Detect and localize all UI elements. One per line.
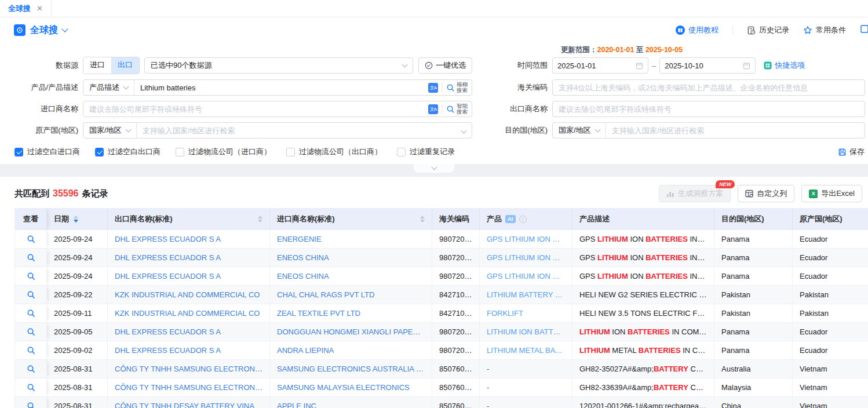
results-summary: 共匹配到 35596 条记录 生成洞察方案 NEW 自定义列 导出Excel: [0, 177, 868, 208]
importer-link[interactable]: CHAL CHAL RAGS PVT LTD: [270, 286, 432, 304]
sort-toggle[interactable]: [74, 216, 78, 223]
sort-toggle[interactable]: [420, 216, 425, 223]
importer-link[interactable]: ANDRA LIEPINA: [270, 341, 432, 359]
product-link[interactable]: LITHIUM BATTERY FO...: [480, 286, 572, 304]
end-date-input[interactable]: 2025-10-10: [659, 57, 756, 74]
truncated-action-icon[interactable]: [860, 24, 868, 36]
product-link[interactable]: GPS LITHIUM ION BAT...: [480, 230, 572, 248]
results-toolbar: 生成洞察方案 NEW 自定义列 导出Excel: [659, 185, 862, 202]
translate-icon[interactable]: [428, 104, 438, 114]
fuzzy-search-button[interactable]: 模糊搜索: [442, 82, 472, 94]
hs-code-input[interactable]: [552, 79, 865, 96]
view-button[interactable]: [15, 360, 47, 378]
view-button[interactable]: [15, 304, 47, 322]
one-click-optimize-button[interactable]: 一键优选: [418, 57, 472, 74]
product-type-select[interactable]: 产品描述: [83, 80, 134, 95]
ai-badge: AI: [505, 215, 516, 223]
calendar-icon: [636, 62, 643, 70]
col-importer[interactable]: 进口商名称(标准): [270, 208, 432, 230]
view-button[interactable]: [15, 267, 47, 285]
tab-global-search[interactable]: 全球搜: [0, 0, 52, 17]
view-button[interactable]: [15, 230, 47, 248]
exporter-link[interactable]: CÔNG TY TNHH SAMSUNG ELECTRONICS ...: [108, 360, 270, 378]
col-exporter[interactable]: 出口商名称(标准): [108, 208, 270, 230]
exporter-link[interactable]: KZK INDUSTRIAL AND COMMERCIAL CO: [108, 304, 270, 322]
importer-link[interactable]: ENERGENIE: [270, 230, 432, 248]
info-icon[interactable]: [519, 216, 527, 223]
generate-insight-button[interactable]: 生成洞察方案 NEW: [659, 185, 731, 202]
chevron-down-icon[interactable]: [61, 26, 68, 32]
description-text: HELI NEW 3.5 TONS ELECTRIC FORKL...: [579, 309, 714, 318]
start-date-input[interactable]: 2025-01-01: [552, 57, 648, 74]
view-button[interactable]: [15, 249, 47, 267]
exporter-link[interactable]: DHL EXPRESS ECUADOR S A: [108, 323, 270, 341]
checkbox-unchecked-icon[interactable]: [286, 148, 295, 156]
checkbox-unchecked-icon[interactable]: [176, 148, 184, 156]
exporter-link[interactable]: KZK INDUSTRIAL AND COMMERCIAL CO: [108, 286, 270, 304]
exporter-input[interactable]: [552, 101, 865, 117]
translate-icon[interactable]: [428, 83, 438, 93]
cell-destination: Panama: [714, 267, 793, 285]
favorites-button[interactable]: 常用条件: [803, 25, 846, 35]
filter-item-2[interactable]: 过滤物流公司（进口商）: [176, 147, 271, 157]
table-header: 查看 日期 出口商名称(标准) 进口商名称(标准) 海关编码 产品 AI: [15, 208, 868, 230]
checkbox-checked-icon[interactable]: [95, 148, 104, 156]
history-button[interactable]: 历史记录: [747, 25, 789, 35]
product-link[interactable]: GPS LITHIUM ION BAT...: [480, 249, 572, 267]
product-link[interactable]: GPS LITHIUM ION BAT...: [480, 267, 572, 285]
origin-country-input[interactable]: [137, 123, 462, 138]
importer-link[interactable]: ENEOS CHINA: [270, 267, 432, 285]
filter-item-0[interactable]: 过滤空白进口商: [14, 147, 80, 157]
data-source-select[interactable]: 已选中90个数据源: [144, 57, 413, 74]
collapse-toggle[interactable]: [414, 164, 454, 173]
exporter-link[interactable]: CÔNG TY TNHH SAMSUNG ELECTRONICS ...: [108, 378, 270, 396]
product-link[interactable]: LITHIUM METAL BATT...: [480, 341, 572, 359]
importer-link[interactable]: ENEOS CHINA: [270, 249, 432, 267]
export-tab[interactable]: 出口: [111, 57, 139, 74]
importer-link[interactable]: APPLE INC: [270, 397, 432, 408]
importer-link[interactable]: ZEAL TEXTILE PVT LTD: [270, 304, 432, 322]
view-button[interactable]: [15, 397, 47, 408]
exporter-link[interactable]: DHL EXPRESS ECUADOR S A: [108, 230, 270, 248]
save-button[interactable]: 保存: [838, 147, 865, 157]
exporter-link[interactable]: DHL EXPRESS ECUADOR S A: [108, 249, 270, 267]
cell-date: 2025-08-31: [47, 360, 108, 378]
origin-type-select[interactable]: 国家/地区: [83, 123, 137, 138]
dest-type-select[interactable]: 国家/地区: [553, 123, 606, 138]
smart-search-button[interactable]: 智能搜索: [442, 103, 472, 115]
col-date[interactable]: 日期: [47, 208, 108, 230]
importer-link[interactable]: SAMSUNG MALAYSIA ELECTRONICS: [270, 378, 432, 396]
view-button[interactable]: [15, 378, 47, 396]
product-input[interactable]: [134, 80, 425, 95]
tutorial-button[interactable]: 使用教程: [676, 25, 719, 35]
checkbox-checked-icon[interactable]: [14, 148, 23, 156]
custom-columns-button[interactable]: 自定义列: [738, 185, 794, 202]
exporter-link[interactable]: CÔNG TY TNHH DESAY BATTERY VINA: [108, 397, 270, 408]
keyword-highlight: BATTERIES: [628, 327, 670, 336]
importer-link[interactable]: SAMSUNG ELECTRONICS AUSTRALIA PTY: [270, 360, 432, 378]
filter-label: 过滤重复记录: [410, 147, 455, 157]
importer-link[interactable]: DONGGUAN HONGMEI XIANGLI PAPER PR...: [270, 323, 432, 341]
import-tab[interactable]: 进口: [83, 57, 111, 74]
view-button[interactable]: [15, 286, 47, 304]
exporter-link[interactable]: DHL EXPRESS ECUADOR S A: [108, 267, 270, 285]
dest-country-input[interactable]: [606, 123, 865, 138]
view-button[interactable]: [15, 323, 47, 341]
filter-item-4[interactable]: 过滤重复记录: [397, 147, 455, 157]
exporter-link[interactable]: DHL EXPRESS ECUADOR S A: [108, 341, 270, 359]
checkbox-unchecked-icon[interactable]: [397, 148, 406, 156]
product-link[interactable]: FORKLIFT: [480, 304, 572, 322]
keyword-highlight: BATTERIES: [645, 272, 688, 280]
export-excel-button[interactable]: 导出Excel: [801, 185, 862, 202]
tab-close-icon[interactable]: [37, 4, 43, 13]
importer-input[interactable]: [83, 101, 425, 116]
view-button[interactable]: [15, 341, 47, 359]
filter-label: 过滤空白出口商: [108, 147, 161, 157]
filter-item-3[interactable]: 过滤物流公司（出口商）: [286, 147, 382, 157]
sort-toggle[interactable]: [258, 216, 262, 223]
quick-options-button[interactable]: 快捷选项: [764, 60, 805, 71]
filter-item-1[interactable]: 过滤空白出口商: [95, 147, 161, 157]
results-table: 查看 日期 出口商名称(标准) 进口商名称(标准) 海关编码 产品 AI: [14, 208, 868, 408]
product-link[interactable]: LITHIUM ION BATTERY: [480, 323, 572, 341]
view-magnifier-icon: [27, 253, 35, 262]
